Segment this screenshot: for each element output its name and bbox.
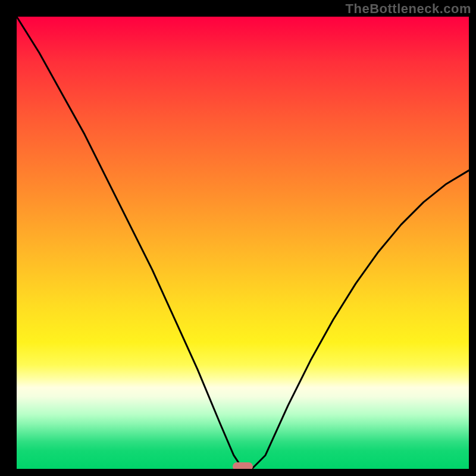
- watermark-text: TheBottleneck.com: [346, 1, 471, 17]
- optimal-point-marker: [233, 462, 253, 469]
- bottleneck-curve: [17, 17, 469, 469]
- chart-frame: TheBottleneck.com: [0, 0, 476, 476]
- plot-area: [17, 17, 469, 469]
